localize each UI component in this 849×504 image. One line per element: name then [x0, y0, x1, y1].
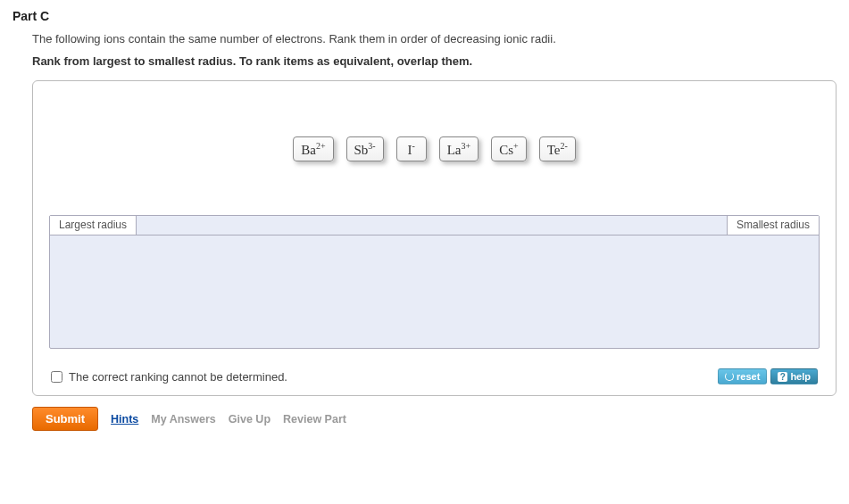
ion-base: Cs	[499, 143, 513, 157]
cannot-determine-checkbox[interactable]	[51, 371, 62, 383]
action-row: Submit Hints My Answers Give Up Review P…	[12, 407, 837, 431]
part-title: Part C	[12, 9, 837, 23]
reset-label: reset	[737, 371, 760, 382]
ion-base: Sb	[354, 143, 369, 157]
ion-items-row: Ba2+ Sb3- I- La3+ Cs+ Te2-	[49, 136, 820, 161]
cannot-determine-row[interactable]: The correct ranking cannot be determined…	[51, 370, 287, 384]
reset-icon	[725, 372, 734, 381]
reset-button[interactable]: reset	[718, 368, 767, 384]
cannot-determine-label: The correct ranking cannot be determined…	[69, 370, 287, 384]
give-up-link[interactable]: Give Up	[229, 413, 271, 426]
dropzone-right-label: Smallest radius	[727, 216, 819, 235]
review-part-link[interactable]: Review Part	[283, 413, 346, 426]
ion-charge: -	[412, 141, 415, 151]
ion-base: Ba	[301, 143, 316, 157]
ion-base: Te	[547, 143, 561, 157]
ion-charge: 2+	[316, 141, 326, 151]
instruction-text: Rank from largest to smallest radius. To…	[32, 54, 837, 68]
ion-tile[interactable]: Te2-	[539, 136, 576, 161]
ion-tile[interactable]: Ba2+	[293, 136, 333, 161]
dropzone-left-label: Largest radius	[50, 216, 137, 235]
dropzone-spacer	[137, 216, 727, 235]
ion-charge: +	[513, 141, 519, 151]
activity-footer: The correct ranking cannot be determined…	[49, 365, 820, 388]
help-icon: ?	[778, 372, 787, 382]
question-text: The following ions contain the same numb…	[32, 32, 837, 45]
submit-button[interactable]: Submit	[32, 407, 98, 431]
ion-base: La	[447, 143, 462, 157]
ranking-activity: Ba2+ Sb3- I- La3+ Cs+ Te2- Largest radiu…	[32, 80, 837, 396]
ion-tile[interactable]: La3+	[439, 136, 479, 161]
hints-link[interactable]: Hints	[111, 413, 138, 426]
ion-charge: 3+	[462, 141, 471, 151]
ion-tile[interactable]: Cs+	[491, 136, 526, 161]
help-label: help	[790, 371, 811, 382]
my-answers-link[interactable]: My Answers	[151, 413, 215, 426]
ion-tile[interactable]: Sb3-	[346, 136, 384, 161]
help-button[interactable]: ? help	[770, 368, 818, 384]
ion-charge: 3-	[368, 141, 375, 151]
dropzone-header: Largest radius Smallest radius	[50, 216, 819, 235]
activity-buttons: reset ? help	[718, 368, 818, 384]
ion-charge: 2-	[560, 141, 567, 151]
ion-tile[interactable]: I-	[396, 136, 427, 161]
ranking-dropzone[interactable]: Largest radius Smallest radius	[49, 215, 820, 349]
